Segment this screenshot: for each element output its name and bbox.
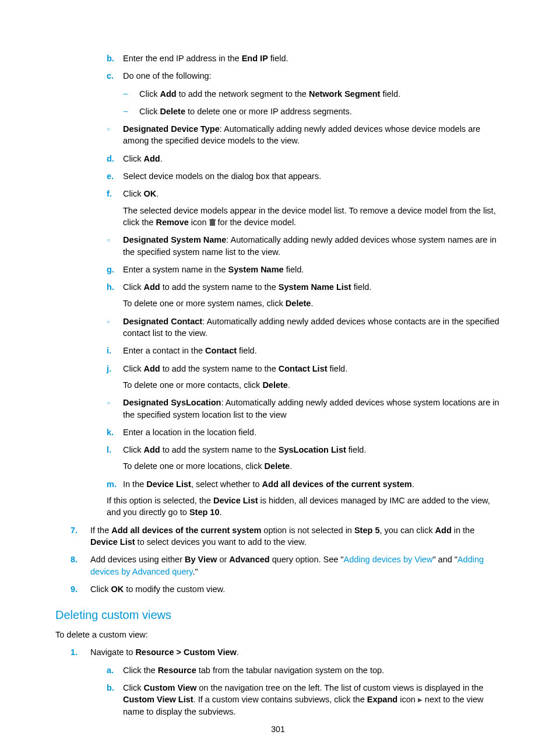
circle-icon: ○ — [107, 123, 123, 147]
step-d: d. Click Add. — [107, 153, 501, 164]
step-c-d2: − Click Delete to delete one or more IP … — [123, 106, 501, 117]
step-m: m. In the Device List, select whether to… — [107, 478, 501, 490]
marker-b: b. — [107, 682, 123, 718]
step-9: 9. Click OK to modify the custom view. — [90, 583, 501, 595]
step-h: h. Click Add to add the system name to t… — [107, 281, 501, 310]
marker-m: m. — [107, 478, 123, 490]
step-k: k. Enter a location in the location fiel… — [107, 426, 501, 438]
marker-7: 7. — [71, 524, 90, 548]
step-l: l. Click Add to add the system name to t… — [107, 444, 501, 473]
link-adding-by-view[interactable]: Adding devices by View — [344, 555, 433, 564]
heading-deleting-custom-views: Deleting custom views — [55, 607, 501, 623]
circle-icon: ○ — [107, 316, 123, 340]
bullet-designated-device-type: ○ Designated Device Type: Automatically … — [107, 123, 501, 147]
marker-e: e. — [107, 170, 123, 182]
step-m-note: If this option is selected, the Device L… — [107, 495, 501, 519]
step-j: j. Click Add to add the system name to t… — [107, 363, 501, 391]
marker-j: j. — [107, 363, 123, 391]
marker-d: d. — [107, 153, 123, 164]
text-c: Do one of the following: — [123, 70, 501, 82]
bullet-designated-system-name: ○ Designated System Name: Automatically … — [107, 234, 501, 258]
step-i: i. Enter a contact in the Contact field. — [107, 345, 501, 356]
marker-dash: − — [123, 106, 139, 117]
step-f-cont: The selected device models appear in the… — [123, 205, 501, 229]
bullet-designated-syslocation: ○ Designated SysLocation: Automatically … — [107, 397, 501, 421]
marker-a: a. — [107, 664, 123, 676]
marker-l: l. — [107, 444, 123, 473]
circle-icon: ○ — [107, 234, 123, 258]
marker-1: 1. — [71, 646, 90, 658]
step-c: c. Do one of the following: — [107, 70, 501, 82]
marker-k: k. — [107, 426, 123, 438]
marker-8: 8. — [71, 554, 90, 578]
page-number: 301 — [0, 724, 556, 736]
step-7: 7. If the Add all devices of the current… — [90, 524, 501, 548]
trash-icon — [209, 219, 216, 226]
del-step-b: b. Click Custom View on the navigation t… — [107, 682, 501, 718]
marker-f: f. — [107, 188, 123, 228]
del-step-a: a. Click the Resource tab from the tabul… — [107, 664, 501, 676]
step-8: 8. Add devices using either By View or A… — [90, 554, 501, 578]
svg-rect-0 — [210, 220, 215, 226]
marker-i: i. — [107, 345, 123, 356]
step-f: f. Click OK. The selected device models … — [107, 188, 501, 228]
marker-h: h. — [107, 281, 123, 310]
step-c-d1: − Click Add to add the network segment t… — [123, 88, 501, 100]
marker-b: b. — [107, 52, 123, 64]
bullet-designated-contact: ○ Designated Contact: Automatically addi… — [107, 316, 501, 340]
expand-icon: ▶ — [418, 696, 423, 704]
step-g: g. Enter a system name in the System Nam… — [107, 264, 501, 275]
del-step-1: 1. Navigate to Resource > Custom View. — [90, 646, 501, 658]
marker-9: 9. — [71, 583, 90, 595]
intro-delete: To delete a custom view: — [55, 629, 501, 640]
step-b: b. Enter the end IP address in the End I… — [107, 52, 501, 64]
marker-g: g. — [107, 264, 123, 275]
text-b: Enter the end IP address in the End IP f… — [123, 52, 501, 64]
marker-dash: − — [123, 88, 139, 100]
circle-icon: ○ — [107, 397, 123, 421]
step-e: e. Select device models on the dialog bo… — [107, 170, 501, 182]
marker-c: c. — [107, 70, 123, 82]
svg-rect-2 — [211, 219, 213, 220]
